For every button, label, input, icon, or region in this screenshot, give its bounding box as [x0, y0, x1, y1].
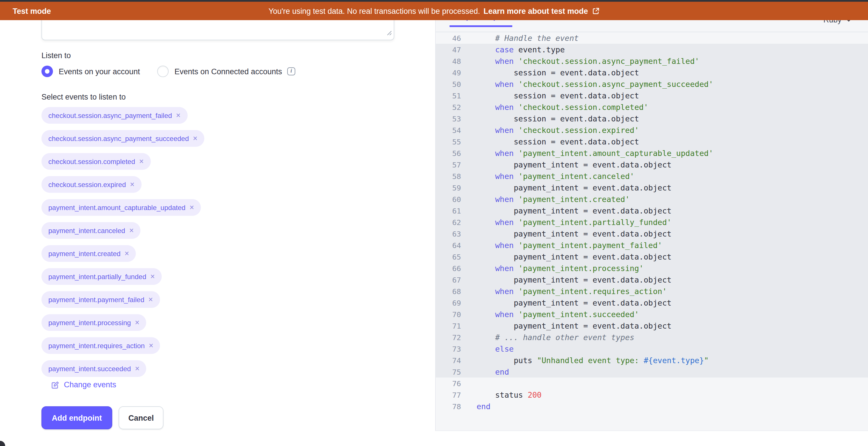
- code-line: 64 when 'payment_intent.payment_failed': [436, 240, 868, 251]
- code-line: 77 status 200: [436, 389, 868, 401]
- code-text: payment_intent = event.data.object: [461, 275, 672, 284]
- code-text: when 'payment_intent.payment_failed': [461, 241, 662, 250]
- webhook-endpoint-page: Sample endpoint Received events Ruby 46 …: [0, 0, 868, 446]
- window-top-strip: [0, 0, 868, 2]
- code-line: 62 when 'payment_intent.partially_funded…: [436, 216, 868, 228]
- code-text: payment_intent = event.data.object: [461, 206, 672, 215]
- code-text: payment_intent = event.data.object: [461, 252, 672, 261]
- change-events-link[interactable]: Change events: [51, 380, 116, 389]
- remove-tag-icon[interactable]: ×: [135, 364, 140, 373]
- code-text: session = event.data.object: [461, 137, 639, 146]
- change-events-label: Change events: [64, 380, 116, 389]
- code-line: 50 when 'checkout.session.async_payment_…: [436, 78, 868, 90]
- listen-to-label: Listen to: [41, 51, 71, 60]
- code-line: 59 payment_intent = event.data.object: [436, 182, 868, 193]
- code-text: when 'payment_intent.processing': [461, 264, 644, 273]
- code-text: payment_intent = event.data.object: [461, 229, 672, 238]
- radio-events-connected-accounts-label: Events on Connected accounts: [175, 67, 282, 76]
- edit-pencil-icon: [51, 381, 59, 389]
- line-number: 72: [436, 333, 461, 342]
- remove-tag-icon[interactable]: ×: [139, 157, 144, 166]
- code-text: payment_intent = event.data.object: [461, 321, 672, 330]
- code-text: when 'checkout.session.async_payment_suc…: [461, 80, 713, 88]
- line-number: 59: [436, 183, 461, 192]
- radio-events-your-account[interactable]: [41, 66, 53, 77]
- code-line: 68 when 'payment_intent.requires_action': [436, 285, 868, 297]
- remove-tag-icon[interactable]: ×: [150, 272, 155, 281]
- line-number: 77: [436, 390, 461, 399]
- code-line: 76: [436, 378, 868, 389]
- remove-tag-icon[interactable]: ×: [193, 134, 197, 143]
- event-tag: payment_intent.succeeded×: [41, 360, 147, 377]
- add-endpoint-button[interactable]: Add endpoint: [41, 406, 112, 429]
- event-tags: checkout.session.async_payment_failed×ch…: [41, 107, 204, 383]
- remove-tag-icon[interactable]: ×: [130, 180, 135, 189]
- code-text: when 'checkout.session.completed': [461, 103, 648, 112]
- event-tag-label: payment_intent.succeeded: [48, 364, 131, 373]
- remove-tag-icon[interactable]: ×: [149, 341, 153, 350]
- event-tag-label: payment_intent.processing: [48, 319, 131, 327]
- event-tag: payment_intent.amount_capturable_updated…: [41, 199, 201, 216]
- code-line: 48 when 'checkout.session.async_payment_…: [436, 55, 868, 67]
- event-tag-label: checkout.session.async_payment_failed: [48, 112, 172, 119]
- code-line: 63 payment_intent = event.data.object: [436, 228, 868, 240]
- code-text: puts "Unhandled event type: #{event.type…: [461, 356, 709, 364]
- code-text: end: [461, 402, 490, 411]
- test-mode-label: Test mode: [13, 2, 51, 20]
- code-line: 57 payment_intent = event.data.object: [436, 159, 868, 170]
- listen-to-radio-group: Events on your account Events on Connect…: [41, 66, 295, 77]
- learn-more-link[interactable]: Learn more about test mode: [484, 7, 588, 15]
- line-number: 60: [436, 195, 461, 203]
- code-text: when 'payment_intent.succeeded': [461, 310, 639, 319]
- select-events-label: Select events to listen to: [41, 93, 126, 101]
- form-actions: Add endpoint Cancel: [41, 406, 164, 429]
- line-number: 66: [436, 264, 461, 273]
- code-line: 69 payment_intent = event.data.object: [436, 297, 868, 309]
- code-line: 49 session = event.data.object: [436, 67, 868, 78]
- code-text: when 'checkout.session.expired': [461, 126, 639, 134]
- event-tag: payment_intent.created×: [41, 245, 136, 262]
- code-line: 74 puts "Unhandled event type: #{event.t…: [436, 354, 868, 366]
- code-line: 67 payment_intent = event.data.object: [436, 274, 868, 285]
- remove-tag-icon[interactable]: ×: [189, 203, 194, 212]
- page-corner: [0, 441, 5, 446]
- event-tag: checkout.session.async_payment_succeeded…: [41, 130, 204, 147]
- cancel-button[interactable]: Cancel: [119, 406, 164, 429]
- remove-tag-icon[interactable]: ×: [129, 226, 134, 235]
- line-number: 46: [436, 34, 461, 42]
- code-text: session = event.data.object: [461, 91, 639, 100]
- code-text: # Handle the event: [461, 34, 579, 42]
- code-text: status 200: [461, 390, 541, 399]
- line-number: 61: [436, 206, 461, 215]
- radio-events-connected-accounts[interactable]: [157, 66, 169, 77]
- code-line: 70 when 'payment_intent.succeeded': [436, 309, 868, 320]
- line-number: 48: [436, 57, 461, 65]
- remove-tag-icon[interactable]: ×: [176, 111, 181, 120]
- code-line: 66 when 'payment_intent.processing': [436, 262, 868, 274]
- code-text: end: [461, 368, 509, 376]
- external-link-icon: [593, 7, 599, 14]
- resize-handle-icon[interactable]: [386, 28, 392, 38]
- line-number: 58: [436, 172, 461, 181]
- event-tag-label: payment_intent.payment_failed: [48, 295, 145, 304]
- remove-tag-icon[interactable]: ×: [125, 249, 129, 258]
- code-line: 73 else: [436, 343, 868, 354]
- code-line: 75 end: [436, 366, 868, 378]
- line-number: 73: [436, 344, 461, 353]
- event-tag-label: payment_intent.partially_funded: [48, 273, 146, 281]
- event-tag: payment_intent.requires_action×: [41, 337, 160, 354]
- remove-tag-icon[interactable]: ×: [135, 318, 140, 327]
- line-number: 49: [436, 68, 461, 77]
- line-number: 71: [436, 321, 461, 330]
- info-icon[interactable]: i: [287, 67, 295, 75]
- event-tag: payment_intent.partially_funded×: [41, 268, 162, 285]
- event-tag: payment_intent.processing×: [41, 314, 147, 331]
- code-line: 72 # ... handle other event types: [436, 331, 868, 343]
- code-line: 61 payment_intent = event.data.object: [436, 205, 868, 216]
- code-line: 60 when 'payment_intent.created': [436, 193, 868, 205]
- code-line: 78end: [436, 401, 868, 412]
- line-number: 65: [436, 252, 461, 261]
- code-text: when 'payment_intent.created': [461, 195, 630, 203]
- code-text: session = event.data.object: [461, 68, 639, 77]
- remove-tag-icon[interactable]: ×: [149, 295, 153, 304]
